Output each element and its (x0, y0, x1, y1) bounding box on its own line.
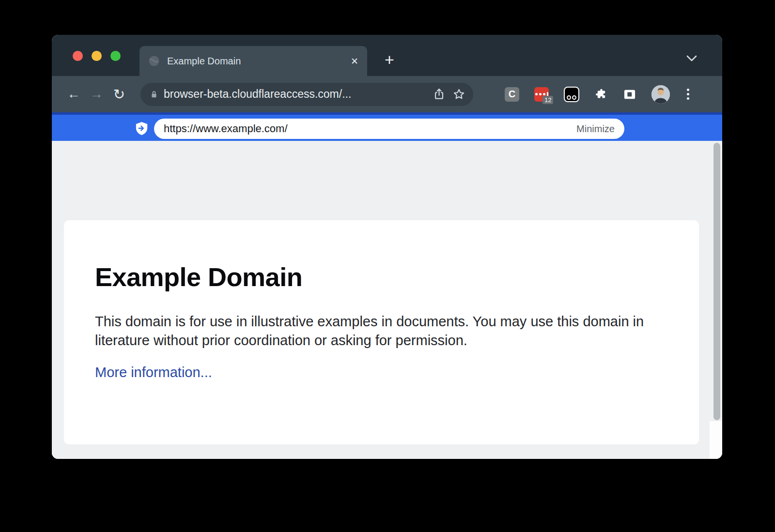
traffic-lights (73, 51, 121, 61)
titlebar: Example Domain ✕ + (52, 35, 722, 76)
share-icon[interactable] (433, 88, 446, 101)
reload-button[interactable]: ↻ (111, 86, 127, 103)
page-viewport: Example Domain This domain is for use in… (52, 141, 722, 459)
zoom-window-button[interactable] (110, 51, 121, 61)
forward-button[interactable]: → (88, 86, 105, 103)
lock-icon (149, 90, 159, 99)
tab-title: Example Domain (167, 56, 241, 67)
minimize-banner-button[interactable]: Minimize (576, 123, 615, 135)
page-title: Example Domain (95, 262, 668, 292)
side-panel-icon[interactable] (623, 88, 636, 101)
new-tab-button[interactable]: + (380, 51, 399, 69)
globe-favicon (148, 55, 160, 67)
chevron-down-icon[interactable] (686, 55, 697, 61)
back-button[interactable]: ← (65, 86, 82, 103)
menu-dots-icon[interactable] (685, 88, 691, 101)
example-domain-card: Example Domain This domain is for use in… (64, 220, 699, 444)
close-window-button[interactable] (73, 51, 83, 61)
tab-close-icon[interactable]: ✕ (351, 57, 358, 66)
extension-red-blocker-icon[interactable]: 12 (534, 87, 549, 102)
extension-c-icon[interactable]: C (505, 87, 519, 102)
extension-two-circles-icon[interactable] (564, 87, 579, 102)
toolbar: ← → ↻ browser-beta.cloudflareaccess.com/… (52, 76, 722, 112)
scrollbar-gutter (710, 421, 722, 459)
remote-url-input[interactable] (164, 122, 571, 135)
remote-browser-banner: Minimize (52, 112, 722, 141)
url-text: browser-beta.cloudflareaccess.com/... (164, 88, 351, 101)
browser-window: Example Domain ✕ + ← → ↻ browser-beta.cl… (52, 35, 722, 459)
puzzle-extensions-icon[interactable] (594, 88, 608, 101)
extensions-row: C 12 (505, 85, 691, 104)
profile-avatar[interactable] (651, 85, 670, 104)
extension-badge-count: 12 (542, 96, 553, 104)
tab-example-domain[interactable]: Example Domain ✕ (140, 46, 367, 76)
minimize-window-button[interactable] (92, 51, 102, 61)
page-paragraph: This domain is for use in illustrative e… (95, 312, 645, 350)
scrollbar-thumb[interactable] (713, 143, 720, 420)
remote-url-pill: Minimize (154, 119, 624, 139)
shield-icon (135, 122, 148, 136)
address-bar[interactable]: browser-beta.cloudflareaccess.com/... (140, 83, 473, 106)
avatar-photo (651, 85, 670, 104)
star-icon[interactable] (452, 88, 465, 101)
more-information-link[interactable]: More information... (95, 365, 212, 380)
